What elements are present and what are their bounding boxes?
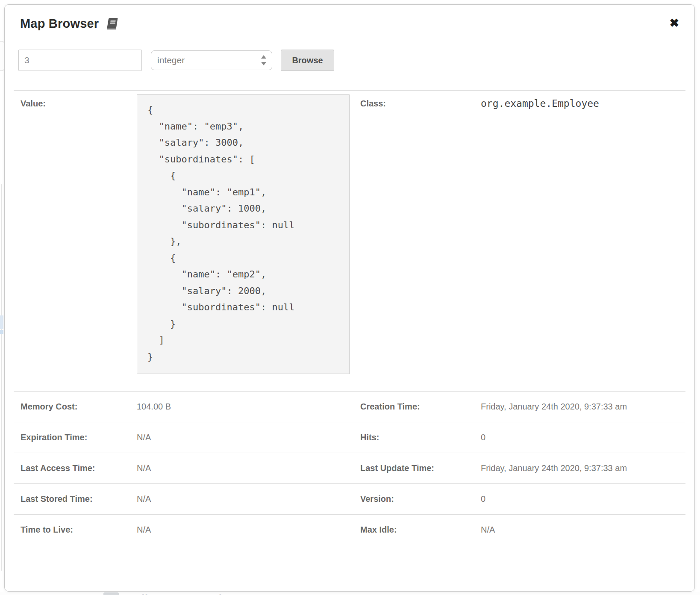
stat-label: Last Access Time: <box>14 453 130 483</box>
table-row: Expiration Time: N/A Hits: 0 <box>14 422 685 453</box>
stat-value: Friday, January 24th 2020, 9:37:33 am <box>474 453 685 483</box>
value-label: Value: <box>14 91 130 391</box>
table-row: Time to Live: N/A Max Idle: N/A <box>14 514 685 545</box>
key-type-select[interactable]: integer <box>151 50 272 70</box>
stat-value: N/A <box>130 484 355 514</box>
stat-value: N/A <box>130 515 355 545</box>
book-icon <box>105 17 118 31</box>
stat-value: N/A <box>130 422 355 453</box>
browse-button[interactable]: Browse <box>281 50 334 71</box>
background-row-sliver <box>0 315 3 329</box>
stat-value: 0 <box>474 484 685 514</box>
class-value: org.example.Employee <box>474 91 685 391</box>
chevron-up-down-icon <box>261 55 267 66</box>
value-json-block: { "name": "emp3", "salary": 3000, "subor… <box>137 94 350 374</box>
background-page-bottom: Client Near Cache Summary <box>0 592 700 595</box>
stat-label: Time to Live: <box>14 515 130 545</box>
background-edge-line <box>1 184 2 571</box>
stat-value: 0 <box>474 422 685 453</box>
background-row-sliver <box>0 330 3 334</box>
background-section-heading: Client Near Cache Summary <box>133 592 288 595</box>
entry-row: Value: { "name": "emp3", "salary": 3000,… <box>14 90 685 391</box>
table-row: Memory Cost: 104.00 B Creation Time: Fri… <box>14 391 685 422</box>
stat-label: Memory Cost: <box>14 392 130 422</box>
key-type-selected-value: integer <box>157 55 185 65</box>
stat-label: Hits: <box>355 422 474 453</box>
background-edge-tab <box>0 41 4 71</box>
browse-toolbar: integer Browse <box>18 49 685 72</box>
class-label: Class: <box>355 91 474 391</box>
map-browser-modal: Map Browser ✖ integer <box>4 4 695 592</box>
screen: Client Near Cache Summary Map Browser ✖ <box>0 0 700 595</box>
stat-label: Last Stored Time: <box>14 484 130 514</box>
modal-title: Map Browser <box>20 17 99 31</box>
value-cell: { "name": "emp3", "salary": 3000, "subor… <box>130 91 355 391</box>
stat-value: N/A <box>474 515 685 545</box>
stat-label: Last Update Time: <box>355 453 474 483</box>
stat-label: Expiration Time: <box>14 422 130 453</box>
stat-label: Version: <box>355 484 474 514</box>
stat-label: Max Idle: <box>355 515 474 545</box>
table-row: Last Stored Time: N/A Version: 0 <box>14 483 685 514</box>
entry-detail-table: Value: { "name": "emp3", "salary": 3000,… <box>14 90 685 391</box>
stat-value: N/A <box>130 453 355 483</box>
stat-value: Friday, January 24th 2020, 9:37:33 am <box>474 392 685 422</box>
background-icon-box <box>103 592 119 595</box>
stat-label: Creation Time: <box>355 392 474 422</box>
table-row: Last Access Time: N/A Last Update Time: … <box>14 453 685 483</box>
entry-stats-table: Memory Cost: 104.00 B Creation Time: Fri… <box>14 391 685 545</box>
close-icon[interactable]: ✖ <box>669 18 679 29</box>
modal-header: Map Browser ✖ <box>20 17 682 31</box>
stat-value: 104.00 B <box>130 392 355 422</box>
key-input[interactable] <box>18 50 142 71</box>
